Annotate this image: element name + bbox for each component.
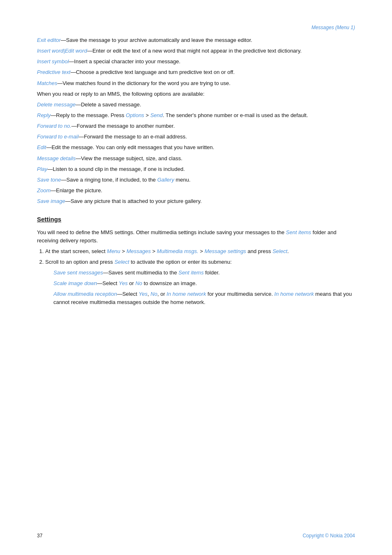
term-save-image: Save image	[37, 198, 65, 204]
list-item: Play—Listen to a sound clip in the messa…	[37, 165, 355, 173]
list-item: Delete message—Delete a saved message.	[37, 101, 355, 109]
term-reply: Reply	[37, 112, 51, 118]
term-select-1: Select	[272, 248, 287, 254]
term-select-2: Select	[114, 259, 129, 265]
term-sent-items-2: Sent items	[178, 269, 203, 276]
sub-items: Save sent messages—Saves sent multimedia…	[53, 269, 355, 307]
term-yes: Yes	[119, 280, 128, 286]
term-message-details: Message details	[37, 155, 76, 161]
term-forward-email: Forward to e-mail	[37, 134, 78, 140]
term-delete-message: Delete message	[37, 101, 76, 108]
list-item: Forward to no.—Forward the message to an…	[37, 122, 355, 130]
page-footer: 37 Copyright © Nokia 2004	[0, 533, 392, 539]
term-save-tone: Save tone	[37, 177, 61, 183]
term-sent-items: Sent items	[286, 229, 311, 235]
subitem-allow-reception: Allow multimedia reception—Select Yes, N…	[53, 290, 355, 306]
list-item: Edit—Edit the message. You can only edit…	[37, 143, 355, 152]
copyright: Copyright © Nokia 2004	[302, 533, 355, 539]
list-item: Save tone—Save a ringing tone, if includ…	[37, 176, 355, 184]
list-item: Forward to e-mail—Forward the message to…	[37, 133, 355, 141]
term-messages: Messages	[127, 248, 151, 254]
list-item: Insert word|Edit word—Enter or edit the …	[37, 47, 355, 55]
term-insert-word: Insert word|Edit word	[37, 48, 87, 54]
term-in-home-network: In home network	[166, 291, 206, 297]
page: Messages (Menu 1) Exit editor—Save the m…	[0, 0, 392, 555]
list-item: Exit editor—Save the message to your arc…	[37, 36, 355, 44]
list-item: Save image—Save any picture that is atta…	[37, 197, 355, 205]
term-options: Options	[126, 112, 144, 118]
term-play: Play	[37, 166, 47, 172]
content-block: Exit editor—Save the message to your arc…	[37, 36, 355, 307]
term-allow-multimedia: Allow multimedia reception	[53, 291, 117, 297]
term-edit: Edit	[37, 144, 46, 150]
term-multimedia-msgs: Multimedia msgs.	[157, 248, 198, 254]
list-item: Zoom—Enlarge the picture.	[37, 187, 355, 195]
list-item: Insert symbol—Insert a special character…	[37, 58, 355, 66]
step-1: At the start screen, select Menu > Messa…	[45, 247, 355, 256]
chapter-title: Messages (Menu 1)	[311, 25, 355, 30]
term-menu: Menu	[107, 248, 120, 254]
chapter-header: Messages (Menu 1)	[37, 25, 355, 30]
settings-heading: Settings	[37, 214, 355, 224]
list-item: Matches—View matches found in the dictio…	[37, 79, 355, 88]
term-zoom: Zoom	[37, 187, 51, 193]
term-save-sent-messages: Save sent messages	[53, 269, 103, 276]
plain-text: When you read or reply to an MMS, the fo…	[37, 90, 355, 98]
term-send: Send	[150, 112, 163, 118]
page-number: 37	[37, 533, 42, 539]
settings-intro: You will need to define the MMS settings…	[37, 228, 355, 245]
term-forward-no: Forward to no.	[37, 123, 71, 129]
term-message-settings: Message settings	[205, 248, 246, 254]
term-yes-2: Yes	[138, 291, 148, 297]
term-predictive-text: Predictive text	[37, 69, 71, 75]
term-gallery: Gallery	[157, 177, 174, 183]
term-no: No	[135, 280, 142, 286]
list-item: Reply—Reply to the message. Press Option…	[37, 111, 355, 120]
term-exit-editor: Exit editor	[37, 37, 61, 43]
term-in-home-network-2: In home network	[274, 291, 314, 297]
step-2: Scroll to an option and press Select to …	[45, 258, 355, 307]
list-item: Message details—View the message subject…	[37, 154, 355, 163]
subitem-scale: Scale image down—Select Yes or No to dow…	[53, 279, 355, 288]
term-matches: Matches	[37, 80, 57, 86]
steps-list: At the start screen, select Menu > Messa…	[45, 247, 355, 307]
subitem-save-sent: Save sent messages—Saves sent multimedia…	[53, 269, 355, 277]
term-scale-image-down: Scale image down	[53, 280, 97, 286]
list-item: Predictive text—Choose a predictive text…	[37, 68, 355, 76]
term-insert-symbol: Insert symbol	[37, 58, 69, 64]
term-no-2: No	[150, 291, 157, 297]
